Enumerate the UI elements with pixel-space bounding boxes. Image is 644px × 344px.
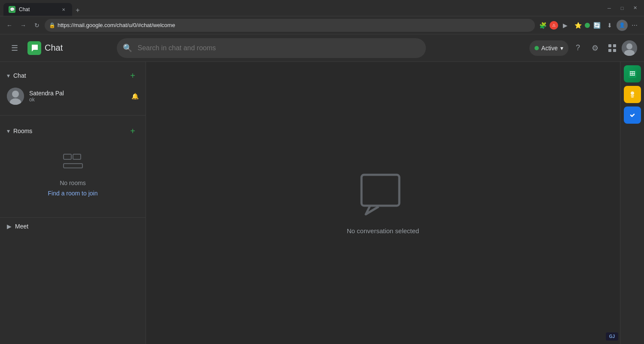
- download-icon[interactable]: ⬇: [604, 19, 616, 31]
- address-bar-container: 🔒: [45, 19, 535, 32]
- no-rooms-icon: [63, 153, 83, 174]
- google-keep-button[interactable]: [624, 86, 641, 103]
- hamburger-menu-button[interactable]: ☰: [7, 40, 22, 56]
- app-logo: Chat: [27, 41, 63, 55]
- maximize-button[interactable]: □: [617, 3, 628, 14]
- rooms-section-chevron: ▾: [7, 128, 10, 134]
- tab-favicon: 💬: [9, 6, 15, 13]
- close-tab-button[interactable]: ✕: [60, 6, 67, 13]
- meet-section-chevron: ▶: [7, 223, 12, 230]
- svg-rect-10: [64, 154, 71, 159]
- chat-item[interactable]: Satendra Pal ok 🔔: [0, 84, 146, 108]
- main-layout: ▾ Chat + Satendra Pal ok 🔔: [0, 62, 644, 344]
- svg-rect-18: [630, 71, 631, 76]
- no-rooms-text: No rooms: [60, 180, 86, 186]
- chat-logo-icon: [27, 41, 41, 55]
- chat-avatar-satendra: [7, 88, 24, 105]
- svg-point-5: [626, 43, 632, 49]
- search-bar-wrapper: 🔍: [117, 38, 426, 58]
- main-content: No conversation selected: [146, 62, 620, 344]
- chat-info-satendra: Satendra Pal ok: [29, 90, 126, 103]
- settings-button[interactable]: ⚙: [587, 40, 603, 56]
- svg-rect-0: [608, 44, 611, 47]
- app-header: ☰ Chat 🔍 Active ▾ ? ⚙: [0, 34, 644, 62]
- green-status-dot: [585, 23, 590, 28]
- google-sheets-button[interactable]: [624, 65, 641, 82]
- browser-action-icons: 🧩 ⚠ ▶ ⭐ 🔄 ⬇ 👤 ⋯: [537, 19, 641, 31]
- chat-section-header[interactable]: ▾ Chat +: [0, 67, 146, 84]
- rooms-section: ▾ Rooms + No rooms Find a room to join: [0, 117, 146, 216]
- extensions-icon[interactable]: 🧩: [537, 19, 549, 31]
- right-sidebar: [620, 62, 644, 344]
- svg-rect-20: [634, 71, 635, 76]
- svg-rect-19: [632, 71, 633, 76]
- search-input[interactable]: [117, 38, 426, 58]
- meet-section-title: Meet: [15, 223, 139, 230]
- sidebar: ▾ Chat + Satendra Pal ok 🔔: [0, 62, 146, 344]
- active-status-button[interactable]: Active ▾: [529, 40, 568, 56]
- chat-section-chevron: ▾: [7, 72, 10, 79]
- bell-icon: 🔔: [131, 93, 139, 100]
- notification-badge: ⚠: [550, 21, 558, 30]
- tab-container: 💬 Chat ✕ +: [3, 0, 602, 16]
- refresh-button[interactable]: ↻: [31, 19, 43, 31]
- header-actions: Active ▾ ? ⚙: [529, 40, 637, 56]
- user-avatar[interactable]: [622, 40, 637, 56]
- google-tasks-button[interactable]: [624, 107, 641, 124]
- share-icon[interactable]: ▶: [559, 19, 571, 31]
- browser-more-button[interactable]: ⋯: [629, 19, 641, 31]
- star-icon[interactable]: ⭐: [572, 19, 584, 31]
- add-chat-button[interactable]: +: [127, 70, 139, 82]
- chat-section-title: Chat: [13, 72, 127, 79]
- close-window-button[interactable]: ✕: [629, 3, 641, 14]
- svg-rect-3: [613, 49, 616, 52]
- sidebar-divider-1: [0, 115, 146, 116]
- browser-profile-avatar[interactable]: 👤: [617, 20, 628, 31]
- rooms-section-header[interactable]: ▾ Rooms +: [0, 122, 146, 140]
- rooms-section-title: Rooms: [13, 128, 127, 134]
- back-button[interactable]: ←: [3, 19, 15, 31]
- address-input[interactable]: [45, 19, 535, 32]
- app-logo-text: Chat: [45, 43, 63, 53]
- find-room-link[interactable]: Find a room to join: [48, 190, 98, 197]
- no-conversation-text: No conversation selected: [347, 227, 419, 234]
- active-tab[interactable]: 💬 Chat ✕: [3, 3, 72, 16]
- svg-rect-24: [631, 97, 634, 97]
- svg-point-25: [629, 111, 636, 119]
- svg-rect-12: [64, 164, 82, 168]
- empty-chat-icon: [357, 171, 409, 220]
- chat-preview-satendra: ok: [29, 97, 126, 103]
- tab-title: Chat: [19, 6, 30, 12]
- forward-button[interactable]: →: [17, 19, 29, 31]
- meet-section-header[interactable]: ▶ Meet: [0, 219, 146, 233]
- minimize-button[interactable]: ─: [604, 3, 615, 14]
- no-conversation-container: No conversation selected: [347, 171, 419, 234]
- window-controls: ─ □ ✕: [604, 3, 641, 14]
- help-button[interactable]: ?: [570, 40, 586, 56]
- svg-point-8: [12, 91, 19, 97]
- svg-rect-23: [631, 95, 634, 96]
- chat-name-satendra: Satendra Pal: [29, 90, 126, 97]
- active-status-label: Active: [541, 45, 558, 52]
- active-status-chevron: ▾: [560, 45, 563, 52]
- svg-rect-1: [613, 44, 616, 47]
- chat-section: ▾ Chat + Satendra Pal ok 🔔: [0, 62, 146, 113]
- sidebar-divider-2: [0, 217, 146, 218]
- active-status-dot: [535, 46, 539, 50]
- lock-icon: 🔒: [49, 22, 55, 28]
- add-room-button[interactable]: +: [127, 125, 139, 137]
- browser-tab-bar: 💬 Chat ✕ + ─ □ ✕: [0, 0, 644, 16]
- clock-icon[interactable]: 🔄: [591, 19, 603, 31]
- svg-point-22: [631, 91, 634, 95]
- new-tab-button[interactable]: +: [72, 5, 83, 16]
- address-bar-row: ← → ↻ 🔒 🧩 ⚠ ▶ ⭐ 🔄 ⬇ 👤 ⋯: [0, 16, 644, 34]
- apps-button[interactable]: [605, 40, 620, 56]
- svg-rect-11: [73, 154, 81, 159]
- svg-rect-13: [361, 175, 399, 206]
- no-rooms-container: No rooms Find a room to join: [0, 140, 146, 210]
- watermark: GJ: [606, 332, 618, 341]
- search-bar-container: 🔍: [117, 38, 426, 58]
- svg-rect-2: [608, 49, 611, 52]
